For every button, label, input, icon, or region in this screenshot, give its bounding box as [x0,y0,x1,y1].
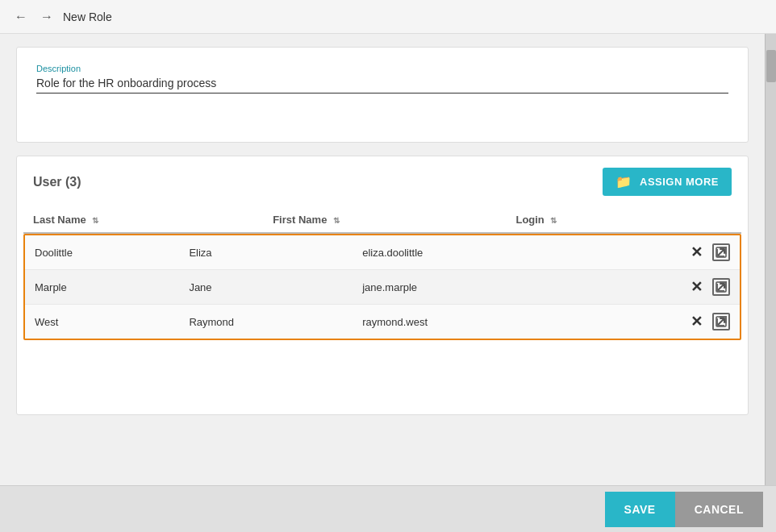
cell-last-name: Doolittle [25,235,179,270]
remove-user-icon[interactable]: ✕ [690,313,703,330]
main-area: Description Role for the HR onboarding p… [0,34,776,485]
cell-login: eliza.doolittle [353,235,581,270]
page-title: New Role [63,10,112,23]
cell-first-name: Raymond [179,305,353,339]
cell-first-name: Jane [179,270,353,305]
scrollbar-track[interactable] [765,34,776,485]
table-row: Doolittle Eliza eliza.doolittle ✕ [25,235,740,270]
cell-login: raymond.west [353,305,581,339]
folder-icon: 📁 [615,174,632,189]
users-title: User (3) [33,175,81,189]
remove-user-icon[interactable]: ✕ [690,278,703,296]
description-card: Description Role for the HR onboarding p… [16,47,749,143]
sort-icon-firstname: ⇅ [333,216,340,225]
table-row: Marple Jane jane.marple ✕ [25,270,740,305]
svg-rect-0 [716,247,726,257]
users-section: User (3) 📁 ASSIGN MORE Last Name ⇅ [16,156,749,415]
cell-last-name: Marple [25,270,179,305]
assign-more-button[interactable]: 📁 ASSIGN MORE [603,168,732,196]
svg-rect-1 [716,282,726,292]
table-row: West Raymond raymond.west ✕ [25,305,740,339]
assign-more-label: ASSIGN MORE [640,176,719,188]
back-arrow[interactable]: ← [11,8,31,26]
scrollbar-thumb[interactable] [766,50,776,82]
footer: SAVE CANCEL [0,485,776,532]
col-first-name[interactable]: First Name ⇅ [263,207,506,233]
sort-icon-lastname: ⇅ [92,216,98,225]
description-label: Description [36,64,728,73]
table-wrapper: Last Name ⇅ First Name ⇅ Login ⇅ [17,207,748,350]
description-value: Role for the HR onboarding process [36,77,728,94]
top-nav: ← → New Role [0,0,776,34]
sort-icon-login: ⇅ [550,216,557,225]
svg-rect-2 [716,317,726,326]
content-scroll: Description Role for the HR onboarding p… [0,34,765,485]
users-data-table: Doolittle Eliza eliza.doolittle ✕ Marple… [25,235,740,339]
open-user-icon[interactable] [712,278,730,296]
users-header: User (3) 📁 ASSIGN MORE [17,156,748,207]
users-table: Last Name ⇅ First Name ⇅ Login ⇅ [23,207,741,234]
open-user-icon[interactable] [712,243,730,261]
rows-container: Doolittle Eliza eliza.doolittle ✕ Marple… [23,234,741,340]
save-button[interactable]: SAVE [605,492,675,527]
col-login[interactable]: Login ⇅ [506,207,677,233]
col-last-name[interactable]: Last Name ⇅ [23,207,263,233]
open-user-icon[interactable] [712,313,730,330]
cell-first-name: Eliza [179,235,353,270]
forward-arrow[interactable]: → [37,8,56,26]
cell-login: jane.marple [353,270,581,305]
cancel-button[interactable]: CANCEL [675,492,763,527]
remove-user-icon[interactable]: ✕ [690,243,703,261]
cell-last-name: West [25,305,179,339]
